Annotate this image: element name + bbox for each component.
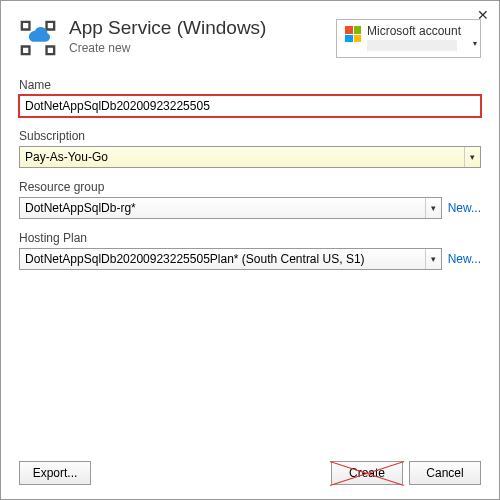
subscription-label: Subscription [19,129,481,143]
hosting-plan-select[interactable]: DotNetAppSqlDb20200923225505Plan* (South… [19,248,442,270]
name-input[interactable] [19,95,481,117]
hosting-plan-label: Hosting Plan [19,231,481,245]
subscription-value: Pay-As-You-Go [25,150,108,164]
subscription-select[interactable]: Pay-As-You-Go ▾ [19,146,481,168]
chevron-down-icon: ▾ [425,249,441,269]
hosting-plan-value: DotNetAppSqlDb20200923225505Plan* (South… [25,252,365,266]
resource-group-value: DotNetAppSqlDb-rg* [25,201,136,215]
account-value [367,40,457,51]
chevron-down-icon: ▾ [464,147,480,167]
chevron-down-icon: ▾ [473,39,477,48]
cancel-button[interactable]: Cancel [409,461,481,485]
account-label: Microsoft account [367,24,472,38]
app-service-icon [19,19,57,57]
dialog-footer: Export... Create Cancel [19,461,481,485]
name-label: Name [19,78,481,92]
account-selector[interactable]: Microsoft account ▾ [336,19,481,58]
resource-group-label: Resource group [19,180,481,194]
microsoft-logo-icon [345,26,361,42]
resource-group-new-link[interactable]: New... [448,201,481,215]
create-button[interactable]: Create [331,461,403,485]
export-button[interactable]: Export... [19,461,91,485]
dialog-header: App Service (Windows) Create new Microso… [1,1,499,78]
hosting-plan-new-link[interactable]: New... [448,252,481,266]
dialog-subtitle: Create new [69,41,324,55]
resource-group-select[interactable]: DotNetAppSqlDb-rg* ▾ [19,197,442,219]
form: Name Subscription Pay-As-You-Go ▾ Resour… [1,78,499,270]
dialog-title: App Service (Windows) [69,17,324,39]
chevron-down-icon: ▾ [425,198,441,218]
